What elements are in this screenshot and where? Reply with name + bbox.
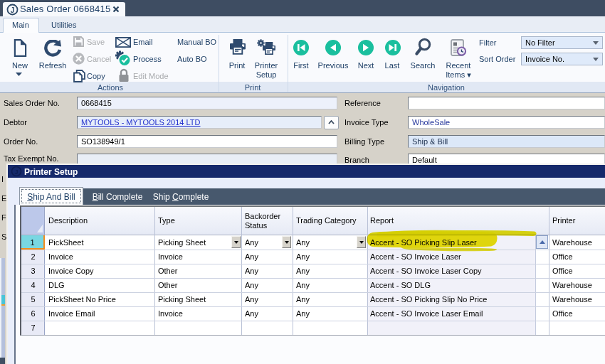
svg-text:J: J (11, 6, 15, 14)
svg-text:J: J (14, 168, 18, 176)
